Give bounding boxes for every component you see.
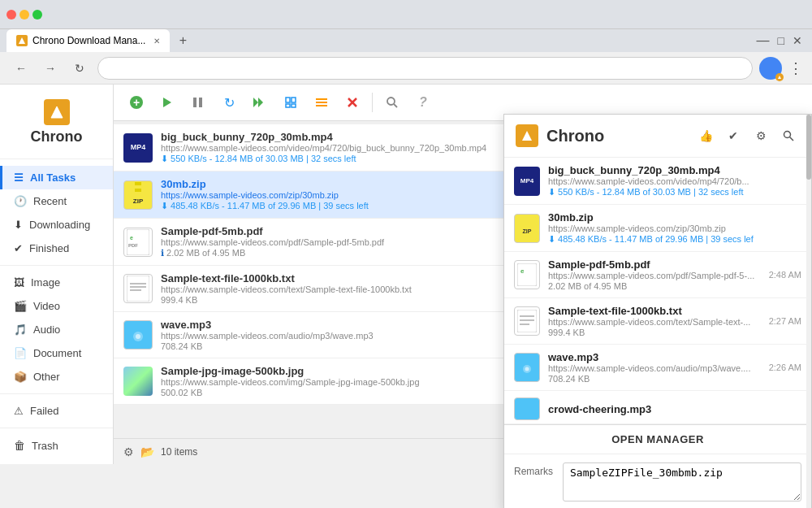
remarks-input[interactable]: SampleZIPFile_30mbmb.zip — [563, 462, 801, 501]
sidebar-logo: Chrono — [0, 91, 113, 159]
search-popup-btn[interactable] — [777, 124, 800, 147]
sidebar-item-trash[interactable]: 🗑 Trash — [0, 433, 113, 458]
add-btn[interactable]: + — [123, 89, 149, 115]
back-btn[interactable]: ← — [10, 57, 32, 80]
restore-btn[interactable]: □ — [775, 34, 788, 47]
popup-file-name: crowd-cheering.mp3 — [548, 403, 801, 415]
info-icon: ℹ — [161, 248, 164, 258]
sidebar-item-failed[interactable]: ⚠ Failed — [0, 399, 113, 423]
sidebar-label-downloading: Downloading — [29, 219, 90, 231]
video-icon: 🎬 — [14, 300, 27, 312]
close-window-btn[interactable] — [6, 10, 16, 20]
popup-time: 2:27 AM — [769, 316, 801, 326]
forward-btn[interactable]: → — [39, 57, 62, 80]
svg-rect-16 — [316, 105, 327, 106]
file-icon-jpg — [123, 367, 153, 396]
start-btn[interactable] — [154, 89, 180, 115]
svg-marker-1 — [778, 76, 781, 79]
popup-item[interactable]: wave.mp3 https://www.sample-videos.com/a… — [504, 345, 811, 391]
pages-btn[interactable] — [278, 89, 304, 115]
popup-items-list: MP4 big_buck_bunny_720p_30mb.mp4 https:/… — [504, 158, 811, 424]
profile-btn[interactable] — [759, 57, 782, 80]
trash-icon: 🗑 — [14, 439, 25, 452]
sidebar-item-all-tasks[interactable]: ☰ All Tasks — [0, 166, 113, 189]
svg-rect-14 — [316, 98, 327, 100]
sidebar-divider-2 — [0, 393, 113, 394]
scrollbar-track — [806, 115, 811, 508]
open-manager-btn[interactable]: OPEN MANAGER — [504, 424, 811, 454]
active-tab[interactable]: Chrono Download Mana... ✕ — [6, 29, 170, 52]
minimize-window-btn[interactable] — [19, 10, 29, 20]
popup-title: Chrono — [546, 127, 686, 145]
thumbs-up-btn[interactable]: 👍 — [694, 124, 717, 147]
svg-line-20 — [394, 104, 397, 107]
start-all-btn[interactable] — [247, 89, 273, 115]
search-btn[interactable] — [379, 89, 405, 115]
popup-file-meta: 2.02 MB of 4.95 MB — [548, 281, 761, 291]
svg-point-38 — [784, 132, 791, 138]
delete-btn[interactable] — [339, 89, 365, 115]
popup-file-url: https://www.sample-videos.com/pdf/Sample… — [548, 271, 761, 280]
folder-icon[interactable]: 📂 — [140, 445, 154, 458]
popup-actions: 👍 ✔ ⚙ — [694, 124, 800, 147]
popup-logo-icon — [516, 124, 538, 147]
sidebar-item-document[interactable]: 📄 Document — [0, 341, 113, 365]
settings-icon[interactable]: ⚙ — [123, 445, 134, 458]
reload-btn[interactable]: ↻ — [68, 57, 91, 80]
tab-close-btn[interactable]: ✕ — [153, 37, 160, 46]
svg-point-50 — [525, 367, 529, 371]
popup-file-meta: 999.4 KB — [548, 328, 761, 337]
refresh-btn[interactable]: ↻ — [216, 89, 242, 115]
audio-icon: 🎵 — [14, 323, 27, 336]
maximize-window-btn[interactable] — [32, 10, 42, 20]
pause-btn[interactable] — [185, 89, 211, 115]
sidebar-item-video[interactable]: 🎬 Video — [0, 294, 113, 318]
items-count: 10 items — [161, 446, 197, 458]
popup-file-url: https://www.sample-videos.com/zip/30mb.z… — [548, 224, 793, 233]
close-btn[interactable]: ✕ — [789, 34, 806, 47]
popup-item[interactable]: MP4 big_buck_bunny_720p_30mb.mp4 https:/… — [504, 158, 811, 205]
scrollbar-thumb[interactable] — [806, 115, 811, 180]
address-input[interactable] — [97, 57, 753, 80]
settings-btn[interactable]: ⚙ — [749, 124, 772, 147]
sidebar-item-audio[interactable]: 🎵 Audio — [0, 318, 113, 341]
popup-file-info: Sample-text-file-1000kb.txt https://www.… — [548, 305, 761, 337]
sidebar-label-document: Document — [33, 347, 81, 359]
sidebar-label-recent: Recent — [33, 195, 67, 207]
browser-menu-btn[interactable]: ⋮ — [788, 59, 802, 77]
image-icon: 🖼 — [14, 276, 24, 289]
queue-btn[interactable] — [309, 89, 335, 115]
svg-rect-25 — [135, 192, 141, 195]
sidebar-item-finished[interactable]: ✔ Finished — [0, 237, 113, 260]
sidebar-item-other[interactable]: 📦 Other — [0, 365, 113, 389]
popup-file-icon — [514, 353, 540, 382]
popup-item[interactable]: Sample-text-file-1000kb.txt https://www.… — [504, 298, 811, 345]
svg-marker-2 — [51, 106, 63, 118]
document-icon: 📄 — [14, 347, 27, 359]
svg-marker-9 — [258, 98, 263, 107]
popup-item[interactable]: e Sample-pdf-5mb.pdf https://www.sample-… — [504, 252, 811, 298]
new-tab-btn[interactable]: + — [171, 29, 194, 52]
popup-file-icon — [514, 306, 540, 336]
popup-file-meta: ⬇ 550 KB/s - 12.84 MB of 30.03 MB | 32 s… — [548, 187, 793, 198]
minimize-btn[interactable]: — — [754, 33, 773, 48]
help-btn[interactable]: ? — [410, 89, 436, 115]
popup-file-meta: 708.24 KB — [548, 374, 761, 384]
svg-rect-44 — [517, 310, 537, 332]
popup-item[interactable]: ZIP 30mb.zip https://www.sample-videos.c… — [504, 205, 811, 252]
check-btn[interactable]: ✔ — [722, 124, 745, 147]
popup-file-name: wave.mp3 — [548, 351, 761, 363]
svg-text:ZIP: ZIP — [133, 198, 144, 205]
svg-rect-51 — [517, 399, 537, 419]
sidebar-item-recent[interactable]: 🕐 Recent — [0, 189, 113, 213]
sidebar-item-downloading[interactable]: ⬇ Downloading — [0, 213, 113, 237]
recent-icon: 🕐 — [14, 195, 27, 207]
sidebar-item-image[interactable]: 🖼 Image — [0, 271, 113, 294]
popup-file-name: Sample-pdf-5mb.pdf — [548, 258, 761, 271]
svg-rect-30 — [127, 276, 149, 302]
popup-item[interactable]: crowd-cheering.mp3 — [504, 391, 811, 424]
sidebar-label-image: Image — [31, 276, 60, 289]
file-icon-zip: ZIP — [123, 180, 153, 210]
svg-marker-0 — [19, 37, 25, 44]
svg-rect-6 — [193, 98, 197, 107]
